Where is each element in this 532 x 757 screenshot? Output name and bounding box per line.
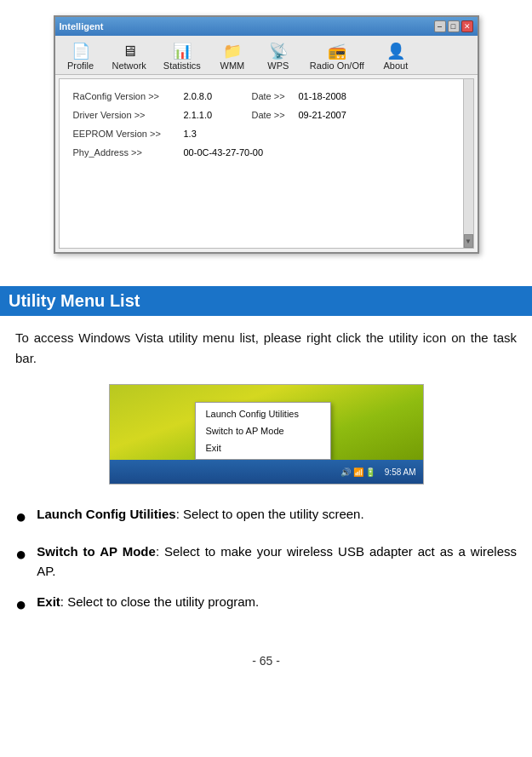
info-row-eeprom: EEPROM Version >> 1.3 <box>73 129 460 139</box>
title-bar: Intelligent – □ ✕ <box>55 17 478 36</box>
scrollbar[interactable]: ▼ <box>463 79 473 248</box>
menu-screenshot: Launch Config Utilities Switch to AP Mod… <box>109 384 424 485</box>
scrollbar-thumb[interactable]: ▼ <box>464 234 473 248</box>
driver-date-value: 09-21-2007 <box>299 110 346 120</box>
network-icon: 🖥 <box>122 43 137 59</box>
taskbar-icons: 🔊 📶 🔋 <box>340 467 376 477</box>
eeprom-value: 1.3 <box>184 129 252 139</box>
taskbar: 🔊 📶 🔋 9:58 AM <box>110 460 423 484</box>
nav-label-wmm: WMM <box>220 60 245 71</box>
context-menu-item-exit[interactable]: Exit <box>196 439 330 456</box>
bullet-dot-switch: ● <box>15 540 26 568</box>
nav-item-wmm[interactable]: 📁 WMM <box>210 39 255 74</box>
raconfig-label: RaConfig Version >> <box>73 91 184 101</box>
minimize-button[interactable]: – <box>434 20 446 32</box>
screenshot-section: Intelligent – □ ✕ 📄 Profile 🖥 Network 📊 … <box>0 0 532 262</box>
bullet-text-launch: Launch Config Utilities: Select to open … <box>37 505 363 525</box>
raconfig-value: 2.0.8.0 <box>184 91 252 101</box>
raconfig-date-value: 01-18-2008 <box>299 91 346 101</box>
info-row-phy: Phy_Address >> 00-0C-43-27-70-00 <box>73 147 460 158</box>
bullet-text-exit: Exit: Select to close the utility progra… <box>37 593 259 612</box>
info-row-driver: Driver Version >> 2.1.1.0 Date >> 09-21-… <box>73 110 460 120</box>
nav-bar: 📄 Profile 🖥 Network 📊 Statistics 📁 WMM 📡… <box>55 36 478 75</box>
radio-icon: 📻 <box>328 43 346 59</box>
content-area: RaConfig Version >> 2.0.8.0 Date >> 01-1… <box>59 78 474 249</box>
page-number: - 65 - <box>0 654 532 680</box>
nav-label-statistics: Statistics <box>163 60 201 71</box>
bullet-bold-exit: Exit <box>37 594 60 609</box>
title-bar-buttons: – □ ✕ <box>434 20 473 32</box>
nav-item-profile[interactable]: 📄 Profile <box>59 39 103 74</box>
close-button[interactable]: ✕ <box>461 20 473 32</box>
bullet-item-launch: ● Launch Config Utilities: Select to ope… <box>15 505 517 530</box>
taskbar-time: 9:58 AM <box>385 467 416 477</box>
profile-icon: 📄 <box>72 43 90 59</box>
about-icon: 👤 <box>386 43 405 59</box>
bullet-text-switch: Switch to AP Mode: Select to make your w… <box>37 542 517 581</box>
bullet-rest-launch: : Select to open the utility screen. <box>176 507 364 521</box>
driver-label: Driver Version >> <box>73 110 184 120</box>
phy-value: 00-0C-43-27-70-00 <box>184 147 303 158</box>
info-row-raconfig: RaConfig Version >> 2.0.8.0 Date >> 01-1… <box>73 91 460 101</box>
intro-text: To access Windows Vista utility menu lis… <box>0 328 532 369</box>
context-menu-item-switch[interactable]: Switch to AP Mode <box>196 422 330 439</box>
phy-label: Phy_Address >> <box>73 147 184 158</box>
app-window: Intelligent – □ ✕ 📄 Profile 🖥 Network 📊 … <box>54 15 479 254</box>
nav-item-statistics[interactable]: 📊 Statistics <box>156 39 209 74</box>
wps-icon: 📡 <box>269 43 288 59</box>
bullet-item-switch: ● Switch to AP Mode: Select to make your… <box>15 542 517 581</box>
bullet-rest-exit: : Select to close the utility program. <box>60 594 259 609</box>
context-menu: Launch Config Utilities Switch to AP Mod… <box>195 402 331 460</box>
maximize-button[interactable]: □ <box>448 20 460 32</box>
section-heading: Utility Menu List <box>0 286 532 316</box>
nav-label-profile: Profile <box>67 60 94 71</box>
driver-value: 2.1.1.0 <box>184 110 252 120</box>
context-menu-item-launch[interactable]: Launch Config Utilities <box>196 405 330 422</box>
statistics-icon: 📊 <box>173 43 192 59</box>
menu-screenshot-container: Launch Config Utilities Switch to AP Mod… <box>0 384 532 485</box>
bullet-dot-launch: ● <box>15 502 26 530</box>
bullet-list: ● Launch Config Utilities: Select to ope… <box>0 498 532 637</box>
nav-label-network: Network <box>112 60 146 71</box>
nav-item-about[interactable]: 👤 About <box>374 39 418 74</box>
eeprom-label: EEPROM Version >> <box>73 129 184 139</box>
nav-label-wps: WPS <box>267 60 289 71</box>
bullet-bold-launch: Launch Config Utilities <box>37 507 175 521</box>
section-gap-1 <box>0 262 532 286</box>
raconfig-date-label: Date >> <box>252 91 299 101</box>
driver-date-label: Date >> <box>252 110 299 120</box>
bullet-item-exit: ● Exit: Select to close the utility prog… <box>15 593 517 618</box>
nav-item-radio[interactable]: 📻 Radio On/Off <box>302 39 372 74</box>
nav-item-wps[interactable]: 📡 WPS <box>256 39 300 74</box>
bullet-dot-exit: ● <box>15 590 26 618</box>
nav-label-radio: Radio On/Off <box>310 60 364 71</box>
info-table: RaConfig Version >> 2.0.8.0 Date >> 01-1… <box>73 91 460 158</box>
window-title: Intelligent <box>60 21 104 32</box>
bullet-bold-switch: Switch to AP Mode <box>37 544 156 559</box>
wmm-icon: 📁 <box>223 43 242 59</box>
nav-item-network[interactable]: 🖥 Network <box>105 39 154 74</box>
nav-label-about: About <box>383 60 408 71</box>
